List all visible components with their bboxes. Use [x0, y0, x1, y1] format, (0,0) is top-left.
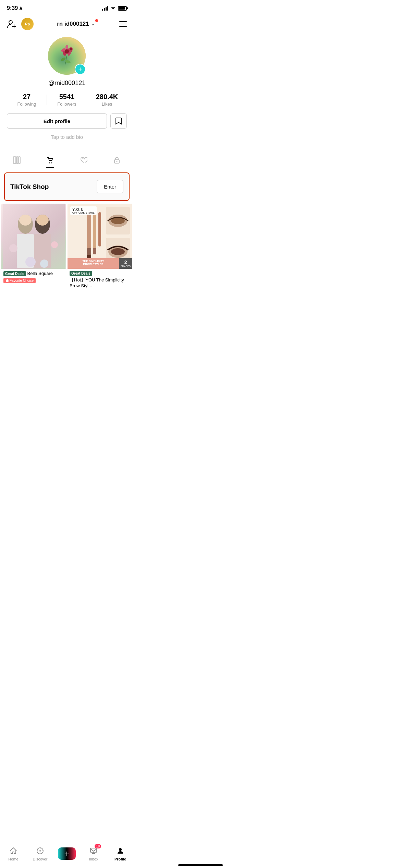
bookmark-icon	[115, 117, 122, 125]
product-image-2: Y.O.U OFFICIAL STORE THE SIMPLICITY BROW…	[68, 204, 132, 269]
likes-label: Likes	[87, 101, 127, 107]
status-bar: 9:39	[0, 0, 134, 15]
add-avatar-button[interactable]: +	[75, 64, 86, 75]
svg-rect-39	[98, 212, 101, 246]
menu-line-2	[119, 24, 127, 24]
menu-line-3	[119, 26, 127, 27]
shop-enter-button[interactable]: Enter	[97, 180, 123, 193]
add-user-button[interactable]	[5, 18, 18, 30]
followers-stat[interactable]: 5541 Followers	[47, 93, 87, 107]
svg-rect-17	[19, 157, 20, 164]
likes-count: 280.4K	[87, 93, 127, 101]
svg-point-19	[51, 162, 52, 164]
shades-badge: 2 SHADES	[119, 258, 132, 269]
svg-point-30	[51, 241, 58, 248]
menu-button[interactable]	[118, 20, 128, 28]
notification-dot	[95, 19, 98, 22]
svg-point-29	[9, 244, 17, 252]
time-display: 9:39	[7, 5, 18, 11]
shop-icon	[46, 156, 54, 164]
header: Rp rn id000121 ⌄	[0, 15, 134, 34]
svg-point-14	[70, 48, 72, 50]
signal-icon	[102, 6, 108, 11]
product-title-1: Bella Square	[27, 271, 53, 277]
chevron-down-icon: ⌄	[91, 22, 95, 26]
battery-icon	[118, 6, 127, 11]
svg-rect-34	[87, 210, 91, 252]
menu-line-1	[119, 21, 127, 22]
product-1-image	[3, 204, 65, 269]
svg-rect-35	[87, 248, 91, 255]
following-label: Following	[7, 101, 47, 107]
fire-icon	[5, 279, 9, 282]
status-time: 9:39	[7, 5, 23, 11]
bookmark-button[interactable]	[110, 113, 127, 129]
deals-badge-1: Great Deals	[3, 271, 26, 276]
wifi-icon	[110, 6, 116, 10]
tabs-row	[0, 152, 134, 168]
product-info-2: Great Deals 【Hot】YOU The Simplicity Brow…	[68, 269, 132, 293]
heart-icon	[80, 156, 87, 164]
product-grid: Great Deals Bella Square Favorite Choice	[0, 204, 134, 321]
edit-profile-button[interactable]: Edit profile	[7, 113, 107, 129]
navigation-icon	[19, 6, 23, 10]
product-badges-2: Great Deals 【Hot】YOU The Simplicity Brow…	[70, 271, 130, 289]
followers-label: Followers	[47, 101, 87, 107]
svg-rect-37	[93, 214, 96, 252]
header-title: rn id000121	[57, 21, 89, 27]
shop-banner-title: TikTok Shop	[10, 183, 49, 191]
likes-stat[interactable]: 280.4K Likes	[87, 93, 127, 107]
add-user-icon	[7, 19, 16, 29]
svg-point-21	[117, 161, 118, 162]
svg-rect-15	[13, 157, 16, 164]
product-label: THE SIMPLICITY BROW STYLER	[68, 258, 119, 269]
profile-section: + @rnid000121 27 Following 5541 Follower…	[0, 34, 134, 149]
svg-point-27	[36, 215, 49, 226]
grid-icon	[13, 156, 21, 164]
bio-placeholder[interactable]: Tap to add bio	[51, 134, 83, 140]
tab-liked[interactable]	[67, 152, 100, 168]
svg-rect-16	[16, 157, 18, 164]
tab-grid[interactable]	[0, 152, 34, 168]
tab-private[interactable]	[100, 152, 134, 168]
svg-point-7	[65, 45, 68, 50]
you-store-badge: Y.O.U OFFICIAL STORE	[70, 206, 97, 215]
svg-point-18	[49, 162, 50, 164]
svg-rect-38	[93, 248, 96, 254]
profile-username: @rnid000121	[48, 80, 85, 87]
followers-count: 5541	[47, 93, 87, 101]
product-info-1: Great Deals Bella Square Favorite Choice	[1, 269, 66, 286]
product-image-1	[1, 204, 66, 269]
action-buttons: Edit profile	[7, 113, 127, 129]
header-title-wrap[interactable]: rn id000121 ⌄	[57, 21, 95, 27]
avatar-wrap: +	[48, 37, 86, 75]
product-card-2[interactable]: Y.O.U OFFICIAL STORE THE SIMPLICITY BROW…	[68, 204, 132, 293]
status-icons	[102, 6, 127, 11]
stats-row: 27 Following 5541 Followers 280.4K Likes	[7, 93, 127, 107]
svg-point-45	[111, 248, 125, 255]
following-stat[interactable]: 27 Following	[7, 93, 47, 107]
rp-coin-button[interactable]: Rp	[21, 18, 34, 30]
svg-point-10	[65, 49, 69, 53]
tiktok-shop-banner: TikTok Shop Enter	[4, 172, 130, 201]
product-badges-1: Great Deals Bella Square	[3, 271, 64, 277]
favorite-badge-1: Favorite Choice	[3, 278, 36, 283]
tab-shop[interactable]	[34, 152, 67, 168]
product-card-1[interactable]: Great Deals Bella Square Favorite Choice	[1, 204, 66, 293]
header-left: Rp	[5, 18, 34, 30]
svg-point-0	[9, 21, 12, 24]
svg-point-32	[40, 260, 48, 268]
product-title-2: 【Hot】YOU The Simplicity Brow Styl...	[70, 277, 130, 289]
deals-badge-2: Great Deals	[70, 271, 92, 276]
lock-icon	[113, 156, 121, 164]
svg-point-31	[25, 257, 36, 267]
following-count: 27	[7, 93, 47, 101]
svg-point-24	[19, 215, 32, 226]
